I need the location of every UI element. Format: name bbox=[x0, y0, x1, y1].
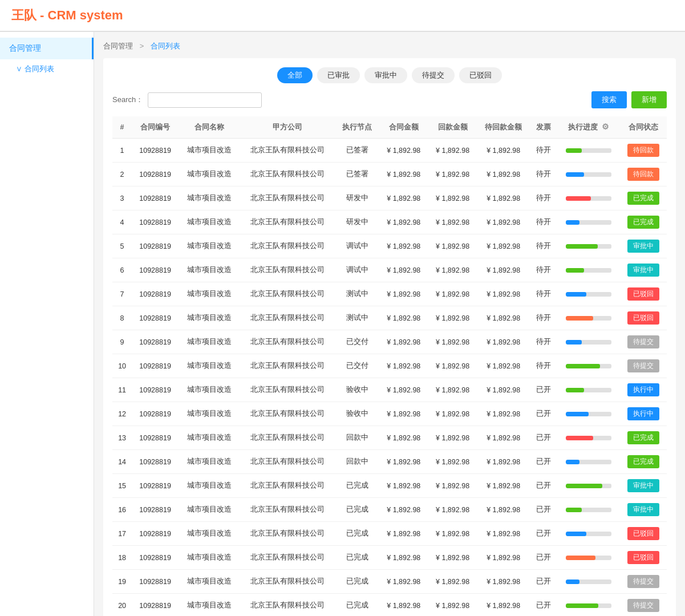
progress-bar-wrap bbox=[566, 364, 611, 368]
cell-invoice: 已开 bbox=[530, 426, 557, 450]
search-button[interactable]: 搜索 bbox=[591, 91, 627, 108]
tab-approving[interactable]: 审批中 bbox=[364, 67, 407, 83]
table-row[interactable]: 8 10928819 城市项目改造 北京王队有限科技公司 测试中 ¥ 1,892… bbox=[112, 306, 667, 330]
cell-status: 审批中 bbox=[620, 498, 667, 522]
status-badge: 执行中 bbox=[627, 383, 659, 396]
cell-status: 已驳回 bbox=[620, 282, 667, 306]
table-row[interactable]: 19 10928819 城市项目改造 北京王队有限科技公司 已完成 ¥ 1,89… bbox=[112, 570, 667, 594]
app-title: 王队 - CRM system bbox=[11, 8, 123, 22]
cell-progress bbox=[557, 234, 620, 258]
tab-pending-submit[interactable]: 待提交 bbox=[412, 67, 455, 83]
status-badge: 已完成 bbox=[627, 431, 659, 444]
cell-pending: ¥ 1,892.98 bbox=[477, 450, 530, 474]
cell-amount: ¥ 1,892.98 bbox=[379, 546, 428, 570]
cell-index: 8 bbox=[112, 306, 132, 330]
cell-contract-no: 10928819 bbox=[132, 546, 179, 570]
cell-index: 5 bbox=[112, 234, 132, 258]
table-row[interactable]: 18 10928819 城市项目改造 北京王队有限科技公司 已完成 ¥ 1,89… bbox=[112, 546, 667, 570]
cell-returned: ¥ 1,892.98 bbox=[428, 402, 477, 426]
breadcrumb: 合同管理 > 合同列表 bbox=[103, 41, 676, 51]
cell-contract-no: 10928819 bbox=[132, 210, 179, 234]
table-row[interactable]: 4 10928819 城市项目改造 北京王队有限科技公司 研发中 ¥ 1,892… bbox=[112, 210, 667, 234]
cell-invoice: 待开 bbox=[530, 282, 557, 306]
progress-bar-fill bbox=[566, 148, 582, 153]
add-button[interactable]: 新增 bbox=[631, 91, 667, 108]
table-row[interactable]: 3 10928819 城市项目改造 北京王队有限科技公司 研发中 ¥ 1,892… bbox=[112, 187, 667, 210]
tab-all[interactable]: 全部 bbox=[277, 67, 313, 83]
progress-bar-fill bbox=[566, 340, 582, 345]
cell-invoice: 已开 bbox=[530, 378, 557, 402]
cell-index: 4 bbox=[112, 210, 132, 234]
progress-bar-fill bbox=[566, 316, 593, 321]
tab-rejected[interactable]: 已驳回 bbox=[459, 67, 502, 83]
cell-progress bbox=[557, 402, 620, 426]
cell-progress bbox=[557, 522, 620, 546]
table-row[interactable]: 10 10928819 城市项目改造 北京王队有限科技公司 已交付 ¥ 1,89… bbox=[112, 354, 667, 378]
cell-company: 北京王队有限科技公司 bbox=[240, 402, 335, 426]
cell-progress bbox=[557, 378, 620, 402]
search-buttons: 搜索 新增 bbox=[591, 91, 667, 108]
table-row[interactable]: 9 10928819 城市项目改造 北京王队有限科技公司 已交付 ¥ 1,892… bbox=[112, 330, 667, 354]
table-row[interactable]: 7 10928819 城市项目改造 北京王队有限科技公司 测试中 ¥ 1,892… bbox=[112, 282, 667, 306]
cell-pending: ¥ 1,892.98 bbox=[477, 498, 530, 522]
tab-approved[interactable]: 已审批 bbox=[317, 67, 360, 83]
table-row[interactable]: 13 10928819 城市项目改造 北京王队有限科技公司 回款中 ¥ 1,89… bbox=[112, 426, 667, 450]
cell-status: 已完成 bbox=[620, 210, 667, 234]
cell-node: 调试中 bbox=[335, 258, 379, 282]
cell-returned: ¥ 1,892.98 bbox=[428, 210, 477, 234]
table-row[interactable]: 6 10928819 城市项目改造 北京王队有限科技公司 调试中 ¥ 1,892… bbox=[112, 258, 667, 282]
table-row[interactable]: 15 10928819 城市项目改造 北京王队有限科技公司 已完成 ¥ 1,89… bbox=[112, 474, 667, 498]
cell-returned: ¥ 1,892.98 bbox=[428, 450, 477, 474]
status-badge: 已驳回 bbox=[627, 551, 659, 564]
cell-pending: ¥ 1,892.98 bbox=[477, 354, 530, 378]
table-row[interactable]: 1 10928819 城市项目改造 北京王队有限科技公司 已签署 ¥ 1,892… bbox=[112, 139, 667, 163]
cell-returned: ¥ 1,892.98 bbox=[428, 139, 477, 163]
progress-bar-wrap bbox=[566, 556, 611, 560]
cell-name: 城市项目改造 bbox=[179, 210, 240, 234]
cell-node: 已交付 bbox=[335, 354, 379, 378]
cell-index: 18 bbox=[112, 546, 132, 570]
cell-contract-no: 10928819 bbox=[132, 163, 179, 187]
cell-progress bbox=[557, 594, 620, 617]
cell-pending: ¥ 1,892.98 bbox=[477, 594, 530, 617]
progress-bar-wrap bbox=[566, 244, 611, 249]
table-row[interactable]: 20 10928819 城市项目改造 北京王队有限科技公司 已完成 ¥ 1,89… bbox=[112, 594, 667, 617]
cell-returned: ¥ 1,892.98 bbox=[428, 282, 477, 306]
cell-company: 北京王队有限科技公司 bbox=[240, 187, 335, 210]
progress-bar-wrap bbox=[566, 484, 611, 488]
sidebar-item-contract-mgmt[interactable]: 合同管理 bbox=[0, 38, 94, 59]
table-row[interactable]: 2 10928819 城市项目改造 北京王队有限科技公司 已签署 ¥ 1,892… bbox=[112, 163, 667, 187]
table-row[interactable]: 11 10928819 城市项目改造 北京王队有限科技公司 验收中 ¥ 1,89… bbox=[112, 378, 667, 402]
cell-contract-no: 10928819 bbox=[132, 354, 179, 378]
cell-progress bbox=[557, 426, 620, 450]
table-row[interactable]: 17 10928819 城市项目改造 北京王队有限科技公司 已完成 ¥ 1,89… bbox=[112, 522, 667, 546]
col-progress: 执行进度 ⚙ bbox=[557, 116, 620, 139]
cell-status: 已驳回 bbox=[620, 522, 667, 546]
cell-returned: ¥ 1,892.98 bbox=[428, 594, 477, 617]
sidebar-item-contract-list[interactable]: ∨ 合同列表 bbox=[0, 59, 94, 79]
status-badge: 审批中 bbox=[627, 503, 659, 516]
table-body: 1 10928819 城市项目改造 北京王队有限科技公司 已签署 ¥ 1,892… bbox=[112, 139, 667, 617]
gear-icon[interactable]: ⚙ bbox=[602, 122, 609, 131]
cell-status: 审批中 bbox=[620, 234, 667, 258]
cell-name: 城市项目改造 bbox=[179, 498, 240, 522]
cell-amount: ¥ 1,892.98 bbox=[379, 187, 428, 210]
table-row[interactable]: 5 10928819 城市项目改造 北京王队有限科技公司 调试中 ¥ 1,892… bbox=[112, 234, 667, 258]
cell-amount: ¥ 1,892.98 bbox=[379, 354, 428, 378]
search-input[interactable] bbox=[148, 92, 262, 108]
cell-progress bbox=[557, 187, 620, 210]
cell-invoice: 已开 bbox=[530, 594, 557, 617]
table-row[interactable]: 16 10928819 城市项目改造 北京王队有限科技公司 已完成 ¥ 1,89… bbox=[112, 498, 667, 522]
col-contract-no: 合同编号 bbox=[132, 116, 179, 139]
cell-status: 待提交 bbox=[620, 594, 667, 617]
table-row[interactable]: 14 10928819 城市项目改造 北京王队有限科技公司 回款中 ¥ 1,89… bbox=[112, 450, 667, 474]
cell-node: 验收中 bbox=[335, 402, 379, 426]
cell-progress bbox=[557, 474, 620, 498]
cell-company: 北京王队有限科技公司 bbox=[240, 546, 335, 570]
table-row[interactable]: 12 10928819 城市项目改造 北京王队有限科技公司 验收中 ¥ 1,89… bbox=[112, 402, 667, 426]
progress-bar-wrap bbox=[566, 412, 611, 416]
progress-bar-fill bbox=[566, 220, 579, 225]
cell-pending: ¥ 1,892.98 bbox=[477, 234, 530, 258]
cell-index: 14 bbox=[112, 450, 132, 474]
cell-pending: ¥ 1,892.98 bbox=[477, 210, 530, 234]
